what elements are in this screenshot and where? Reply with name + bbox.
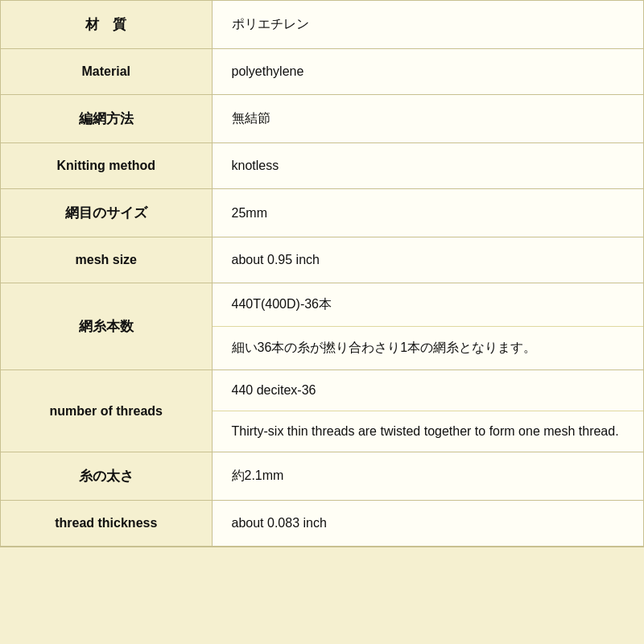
value-sub-0: 440 decitex-36 xyxy=(213,370,644,411)
table-row: Materialpolyethylene xyxy=(1,49,643,95)
label-text: 糸の太さ xyxy=(79,469,134,484)
table-row: Knitting methodknotless xyxy=(1,143,643,189)
label-text: thread thickness xyxy=(55,516,157,530)
value-sub-1: Thirty-six thin threads are twisted toge… xyxy=(213,411,644,452)
row-label-threads-en: number of threads xyxy=(1,370,212,452)
table-row: 網目のサイズ25mm xyxy=(1,189,643,237)
row-value-knitting-en: knotless xyxy=(212,143,643,189)
table-row: 編網方法無結節 xyxy=(1,95,643,143)
row-label-knitting-en: Knitting method xyxy=(1,143,212,189)
label-text: mesh size xyxy=(76,253,137,266)
row-label-material-jp: 材 質 xyxy=(1,1,212,49)
row-value-material-jp: ポリエチレン xyxy=(212,1,643,49)
table-row: mesh sizeabout 0.95 inch xyxy=(1,237,643,283)
row-label-knitting-jp: 編網方法 xyxy=(1,95,212,143)
row-value-thickness-jp: 約2.1mm xyxy=(212,452,643,501)
row-label-mesh-en: mesh size xyxy=(1,237,212,283)
value-sub-0: 440T(400D)-36本 xyxy=(213,283,644,327)
label-text: number of threads xyxy=(50,404,163,418)
table-row: 材 質ポリエチレン xyxy=(1,1,643,49)
row-value-material-en: polyethylene xyxy=(212,49,643,95)
table-row: number of threads440 decitex-36Thirty-si… xyxy=(1,370,643,452)
row-value-thickness-en: about 0.083 inch xyxy=(212,501,643,547)
row-value-knitting-jp: 無結節 xyxy=(212,95,643,143)
value-text: polyethylene xyxy=(232,64,304,78)
table-row: thread thicknessabout 0.083 inch xyxy=(1,501,643,547)
value-text: 約2.1mm xyxy=(232,469,284,482)
table-row: 網糸本数440T(400D)-36本細い36本の糸が撚り合わさり1本の網糸となり… xyxy=(1,283,643,370)
row-label-material-en: Material xyxy=(1,49,212,95)
row-label-thickness-en: thread thickness xyxy=(1,501,212,547)
row-label-mesh-jp: 網目のサイズ xyxy=(1,189,212,237)
value-text: about 0.083 inch xyxy=(232,516,327,530)
row-label-threads-jp: 網糸本数 xyxy=(1,283,212,370)
row-value-threads-jp: 440T(400D)-36本細い36本の糸が撚り合わさり1本の網糸となります。 xyxy=(212,283,643,370)
label-text: 網目のサイズ xyxy=(65,205,147,221)
label-text: 網糸本数 xyxy=(79,319,134,334)
value-text: knotless xyxy=(232,159,279,172)
spec-table: 材 質ポリエチレンMaterialpolyethylene編網方法無結節Knit… xyxy=(1,1,643,547)
label-text: 材 質 xyxy=(85,17,126,32)
value-text: about 0.95 inch xyxy=(232,253,320,266)
row-value-threads-en: 440 decitex-36Thirty-six thin threads ar… xyxy=(212,370,643,452)
value-sub-1: 細い36本の糸が撚り合わさり1本の網糸となります。 xyxy=(213,327,644,369)
label-text: Knitting method xyxy=(56,159,155,172)
label-text: 編網方法 xyxy=(79,111,134,126)
table-row: 糸の太さ約2.1mm xyxy=(1,452,643,501)
value-text: 無結節 xyxy=(232,111,270,125)
value-text: ポリエチレン xyxy=(232,17,309,31)
label-text: Material xyxy=(82,64,130,78)
row-value-mesh-en: about 0.95 inch xyxy=(212,237,643,283)
row-value-mesh-jp: 25mm xyxy=(212,189,643,237)
value-text: 25mm xyxy=(232,206,267,220)
row-label-thickness-jp: 糸の太さ xyxy=(1,452,212,501)
